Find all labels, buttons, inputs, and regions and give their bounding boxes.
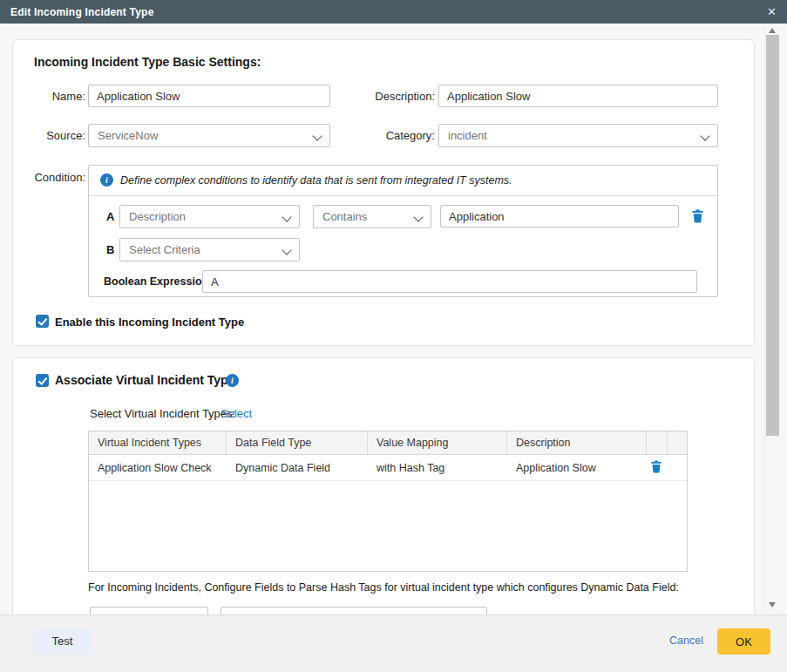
condition-builder: Define complex conditions to identify da… — [88, 165, 718, 297]
name-input[interactable] — [88, 85, 330, 107]
description-label: Description: — [318, 90, 435, 103]
vertical-scrollbar[interactable] — [764, 24, 780, 614]
cell-data-field-type: Dynamic Data Field — [227, 455, 368, 480]
chevron-down-icon — [282, 212, 291, 221]
name-label: Name: — [25, 90, 85, 103]
condition-label: Condition: — [25, 171, 85, 184]
condition-value-input-a[interactable] — [440, 205, 679, 227]
chevron-down-icon — [282, 245, 291, 255]
ok-button[interactable]: OK — [717, 628, 770, 655]
select-virtual-incident-types-label: Select Virtual Incident Types: — [90, 407, 235, 420]
trash-icon — [650, 460, 662, 473]
table-header-actions — [647, 431, 668, 454]
operator-select-a[interactable]: Contains — [313, 205, 431, 228]
scrollbar-thumb[interactable] — [766, 35, 779, 436]
delete-table-row-button[interactable] — [649, 460, 663, 475]
table-header-description: Description — [507, 431, 647, 454]
hashtag-field-input-1[interactable] — [90, 607, 208, 614]
table-header-data-field-type: Data Field Type — [227, 431, 368, 454]
category-label: Category: — [318, 129, 435, 142]
associate-virtual-incident-checkbox[interactable] — [36, 374, 49, 387]
chevron-down-icon — [700, 131, 709, 140]
virtual-incident-types-table: Virtual Incident Types Data Field Type V… — [88, 431, 688, 572]
edit-incoming-incident-type-dialog: Edit Incoming Incident Type ✕ Incoming I… — [0, 0, 787, 672]
criteria-select-b[interactable]: Select Criteria — [119, 238, 300, 261]
close-icon[interactable]: ✕ — [767, 6, 777, 17]
boolean-expression-label: Boolean Expression: — [104, 275, 212, 288]
description-input[interactable] — [438, 85, 718, 107]
info-icon[interactable] — [226, 374, 239, 387]
enable-incident-type-label: Enable this Incoming Incident Type — [55, 316, 244, 329]
select-virtual-incident-types-link[interactable]: Select — [220, 407, 252, 420]
associate-virtual-incident-label: Associate Virtual Incident Type: — [55, 373, 239, 387]
associate-virtual-incident-card: Associate Virtual Incident Type: Select … — [12, 357, 755, 614]
cancel-link[interactable]: Cancel — [669, 635, 703, 647]
table-row: Application Slow Check Dynamic Data Fiel… — [89, 455, 687, 481]
cell-actions — [647, 455, 668, 480]
cell-spacer — [668, 455, 687, 480]
category-select-value: incident — [448, 129, 487, 142]
condition-row-key: B — [106, 243, 114, 256]
boolean-expression-input[interactable] — [202, 270, 697, 293]
criteria-select-a[interactable]: Description — [119, 205, 300, 228]
source-select[interactable]: ServiceNow — [88, 124, 330, 147]
cell-description: Application Slow — [507, 455, 647, 480]
cell-virtual-incident-type: Application Slow Check — [89, 455, 227, 480]
basic-settings-heading: Incoming Incident Type Basic Settings: — [34, 55, 261, 69]
criteria-select-a-value: Description — [129, 210, 186, 223]
condition-row-key: A — [106, 210, 114, 223]
delete-condition-row-button[interactable] — [690, 209, 704, 224]
source-label: Source: — [25, 129, 85, 142]
dialog-footer: Test Cancel OK — [0, 614, 787, 672]
enable-incident-type-checkbox[interactable] — [36, 315, 49, 328]
basic-settings-card: Incoming Incident Type Basic Settings: N… — [12, 39, 755, 346]
scroll-up-arrow-icon[interactable] — [769, 28, 776, 33]
scroll-down-arrow-icon[interactable] — [769, 602, 776, 608]
table-header-value-mapping: Value Mapping — [368, 431, 507, 454]
source-select-value: ServiceNow — [98, 129, 158, 142]
operator-select-a-value: Contains — [322, 210, 367, 223]
cell-value-mapping: with Hash Tag — [368, 455, 507, 480]
dialog-title: Edit Incoming Incident Type — [10, 6, 154, 18]
dialog-body: Incoming Incident Type Basic Settings: N… — [0, 24, 787, 614]
hashtag-field-input-2[interactable] — [220, 607, 487, 614]
chevron-down-icon — [413, 212, 423, 221]
table-header-spacer — [668, 431, 687, 454]
criteria-select-b-value: Select Criteria — [129, 243, 200, 256]
test-button[interactable]: Test — [33, 628, 92, 654]
condition-hint-row: Define complex conditions to identify da… — [89, 166, 717, 196]
dialog-titlebar: Edit Incoming Incident Type ✕ — [0, 0, 787, 24]
table-header-virtual-incident-types: Virtual Incident Types — [89, 431, 227, 454]
info-icon[interactable] — [100, 173, 113, 187]
condition-hint-text: Define complex conditions to identify da… — [120, 174, 512, 187]
trash-icon — [691, 209, 704, 223]
table-header-row: Virtual Incident Types Data Field Type V… — [89, 431, 687, 455]
category-select[interactable]: incident — [438, 124, 718, 147]
hashtag-configuration-hint: For Incoming Incidents, Configure Fields… — [88, 581, 679, 594]
